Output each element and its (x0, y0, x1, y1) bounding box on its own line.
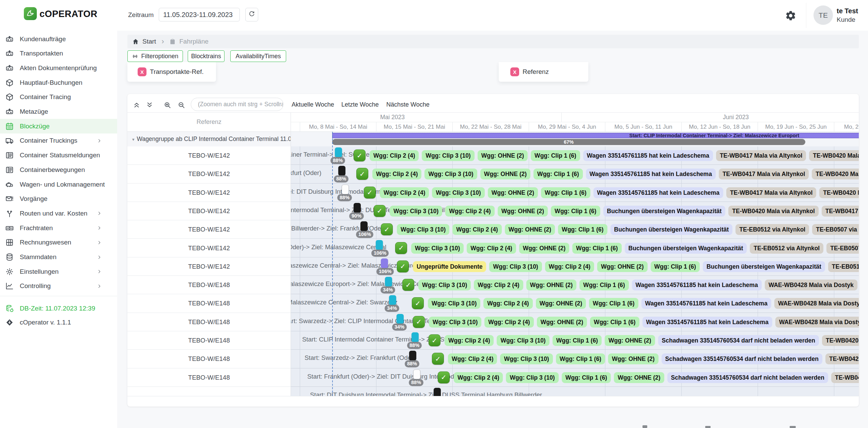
status-chip[interactable]: Wgg: Clip 3 (10) (500, 353, 553, 364)
expand-all-icon[interactable] (145, 100, 154, 109)
status-chip[interactable]: Wgg: OHNE (2) (519, 243, 569, 254)
status-chip[interactable]: TE-WB0420 Mala via Altynkol (728, 206, 818, 217)
status-chip[interactable]: Wgg: OHNE (2) (614, 372, 664, 383)
status-chip[interactable]: Wgg: OHNE (2) (608, 353, 658, 364)
status-chip[interactable]: Wgg: Clip 1 (6) (553, 335, 602, 346)
sidebar-item-vorg-nge[interactable]: Vorgänge (0, 192, 117, 206)
remove-filter-icon[interactable]: X (510, 67, 519, 76)
status-chip[interactable]: Wgg: Clip 1 (6) (651, 261, 700, 272)
status-chip[interactable]: Wgg: Clip 2 (4) (380, 187, 429, 198)
wagon-marker[interactable] (434, 388, 441, 396)
referenz-cell[interactable]: TEBO-W/E148 (127, 368, 291, 387)
wagon-group-header[interactable]: ▾Wagengruppe ab CLIP Intermodal Containe… (127, 132, 291, 146)
referenz-cell[interactable]: TEBO-W/E148 (127, 294, 291, 313)
referenz-cell[interactable]: TEBO-W/E142 (127, 257, 291, 276)
filteroptionen-button[interactable]: Filteroptionen (127, 50, 183, 62)
status-chip[interactable]: Wgg: Clip 3 (10) (422, 150, 474, 161)
status-chip[interactable]: Wgg: Clip 3 (10) (418, 280, 471, 290)
sidebar-item-akten-dokumentenpr-fung[interactable]: Akten Dokumentenprüfung (0, 61, 117, 75)
referenz-cell[interactable]: TEBO-W/E142 (127, 146, 291, 165)
status-chip[interactable]: Wgg: Clip 3 (10) (506, 372, 558, 383)
wagon-marker[interactable] (354, 203, 361, 213)
status-chip[interactable]: TE-WB0417 Mala via Altynkol (726, 187, 816, 198)
status-chip[interactable]: Wgg: Clip 1 (6) (541, 187, 590, 198)
status-chip[interactable]: Buchungen übersteigen Wagenkapazität (603, 206, 726, 217)
status-chip[interactable]: TE-EB0507 via Dostyk (812, 224, 859, 235)
status-chip[interactable]: Wgg: Clip 1 (6) (589, 298, 638, 309)
approved-check-icon[interactable]: ✓ (412, 297, 424, 309)
sidebar-item-containerbewegungen[interactable]: Containerbewegungen (0, 162, 117, 177)
status-chip[interactable]: Schadwagen 335145760534 darf nicht belad… (667, 372, 828, 383)
referenz-cell[interactable]: TEBO-W/E142 (127, 202, 291, 220)
status-chip[interactable]: Wgg: Clip 2 (4) (545, 261, 594, 272)
wagon-marker[interactable] (381, 258, 388, 268)
approved-check-icon[interactable]: ✓ (381, 223, 393, 235)
sidebar-item-rechnungswesen[interactable]: Rechnungswesen (0, 235, 117, 250)
group-schedule-bar[interactable]: Start: CLIP Intermodal Container Termina… (332, 133, 859, 138)
status-chip[interactable]: Wgg: Clip 1 (6) (572, 243, 621, 254)
sidebar-item-blockz-ge[interactable]: Blockzüge (0, 119, 117, 133)
sidebar-item-transportakten[interactable]: Transportakten (0, 46, 117, 61)
status-chip[interactable]: TE-EB0507 via Dostyk (826, 243, 859, 254)
status-chip[interactable]: TE-WB0420 Mala via Altynkol (812, 169, 859, 179)
status-chip[interactable]: TE-WB0417 Mala via Altynkol (822, 206, 859, 217)
sidebar-item-wagen-und-lokmanagement[interactable]: Wagen- und Lokmanagement (0, 177, 117, 192)
status-chip[interactable]: Wgg: OHNE (2) (597, 261, 647, 272)
status-chip[interactable]: TE-WB0420 Mala via Altynkol (825, 353, 859, 364)
status-chip[interactable]: Wgg: Clip 2 (4) (452, 224, 501, 235)
zoom-in-icon[interactable] (163, 100, 172, 109)
status-chip[interactable]: Wgg: Clip 2 (4) (467, 243, 516, 254)
status-chip[interactable]: TE-EB0512 via Altynkol (828, 261, 859, 272)
approved-check-icon[interactable]: ✓ (356, 168, 368, 180)
status-chip[interactable]: WAE-WB0428 Mala via Dostyk (765, 280, 857, 290)
status-chip[interactable]: Wgg: OHNE (2) (526, 280, 576, 290)
status-chip[interactable]: Wgg: Clip 1 (6) (562, 372, 611, 383)
status-chip[interactable]: Buchungen übersteigen Wagenkapazität (610, 224, 733, 235)
status-chip[interactable]: Wgg: Clip 3 (10) (428, 298, 480, 309)
sidebar-item-controlling[interactable]: Controlling (0, 279, 117, 294)
zoom-out-icon[interactable] (177, 100, 186, 109)
status-chip[interactable]: Wgg: Clip 2 (4) (474, 280, 523, 290)
wagon-marker[interactable] (376, 240, 383, 250)
wagon-marker[interactable] (338, 166, 345, 176)
status-chip[interactable]: Wgg: Clip 1 (6) (558, 224, 607, 235)
approved-check-icon[interactable]: ✓ (364, 187, 376, 199)
status-chip[interactable]: Wagen 335145761185 hat kein Ladeschema (632, 280, 762, 290)
status-chip[interactable]: Wgg: Clip 2 (4) (483, 298, 532, 309)
status-chip[interactable]: Schadwagen 335145760534 darf nicht belad… (658, 335, 819, 346)
status-chip[interactable]: Schadwagen 335145760534 darf nicht belad… (662, 353, 822, 364)
referenz-cell[interactable]: TEBO-W/E148 (127, 331, 291, 350)
status-chip[interactable]: TE-WB0420 Mala via Altynkol (809, 150, 859, 161)
status-chip[interactable]: Wgg: Clip 2 (4) (445, 206, 494, 217)
status-chip[interactable]: Wgg: Clip 1 (6) (556, 353, 605, 364)
collapse-all-icon[interactable] (132, 100, 141, 109)
blocktrains-button[interactable]: Blocktrains (188, 50, 224, 62)
status-chip[interactable]: Wgg: Clip 2 (4) (370, 150, 419, 161)
status-chip[interactable]: Wgg: Clip 1 (6) (533, 169, 583, 179)
status-chip[interactable]: Wgg: OHNE (2) (505, 224, 555, 235)
status-chip[interactable]: Wgg: Clip 3 (10) (497, 335, 549, 346)
sidebar-item-routen-und-var-kosten[interactable]: Routen und var. Kosten (0, 206, 117, 221)
referenz-cell[interactable]: TEBO-W/E142 (127, 239, 291, 257)
wagon-marker[interactable] (335, 147, 342, 157)
status-chip[interactable]: Buchungen übersteigen Wagenkapazität (625, 243, 747, 254)
refresh-button[interactable] (245, 8, 258, 21)
status-chip[interactable]: TE-WB0420 Mala via Altynkol (819, 187, 859, 198)
approved-check-icon[interactable]: ✓ (395, 242, 407, 254)
wagon-marker[interactable] (389, 295, 396, 305)
status-chip[interactable]: Wgg: Clip 3 (10) (489, 261, 542, 272)
remove-filter-icon[interactable]: X (138, 67, 146, 76)
settings-gear-icon[interactable] (784, 9, 797, 22)
status-chip[interactable]: Wagen 335145761185 hat kein Ladeschema (586, 169, 716, 179)
status-chip[interactable]: Wgg: Clip 3 (10) (429, 317, 481, 328)
approved-check-icon[interactable]: ✓ (374, 205, 386, 217)
status-chip[interactable]: Buchungen übersteigen Wagenkapazität (703, 261, 825, 272)
current-week-link[interactable]: Aktuelle Woche (292, 101, 334, 108)
sidebar-item-container-tracing[interactable]: Container Tracing (0, 90, 117, 105)
referenz-cell[interactable]: TEBO-W/E148 (127, 313, 291, 331)
approved-check-icon[interactable]: ✓ (402, 279, 414, 291)
sidebar-item-hauptlauf-buchungen[interactable]: Hauptlauf-Buchungen (0, 75, 117, 90)
approved-check-icon[interactable]: ✓ (354, 149, 366, 161)
status-chip[interactable]: TE-EB0512 via Altynkol (750, 243, 823, 254)
status-chip[interactable]: Wgg: Clip 3 (10) (397, 224, 449, 235)
